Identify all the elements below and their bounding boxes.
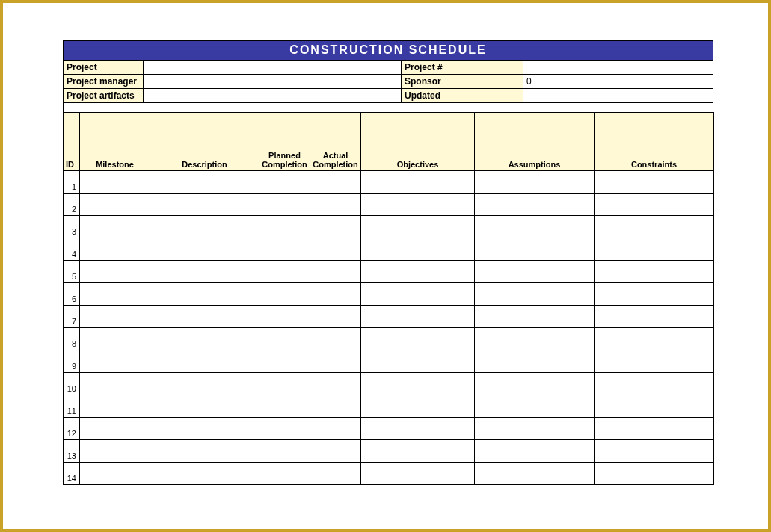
- cell-assumptions[interactable]: [475, 193, 595, 215]
- cell-milestone[interactable]: [80, 462, 150, 484]
- cell-objectives[interactable]: [361, 439, 475, 462]
- cell-actual[interactable]: [310, 372, 361, 395]
- cell-constraints[interactable]: [595, 282, 714, 305]
- cell-objectives[interactable]: [361, 372, 475, 395]
- cell-planned[interactable]: [259, 215, 310, 238]
- cell-objectives[interactable]: [361, 215, 475, 238]
- cell-objectives[interactable]: [361, 170, 475, 193]
- cell-assumptions[interactable]: [475, 170, 595, 193]
- cell-description[interactable]: [150, 305, 259, 327]
- cell-description[interactable]: [150, 170, 259, 193]
- cell-actual[interactable]: [310, 327, 361, 350]
- table-row[interactable]: 7: [64, 305, 714, 327]
- cell-assumptions[interactable]: [475, 372, 595, 395]
- manager-value[interactable]: [144, 75, 402, 89]
- cell-actual[interactable]: [310, 305, 361, 327]
- cell-actual[interactable]: [310, 462, 361, 484]
- cell-actual[interactable]: [310, 350, 361, 372]
- cell-actual[interactable]: [310, 395, 361, 417]
- cell-constraints[interactable]: [595, 350, 714, 372]
- cell-constraints[interactable]: [595, 395, 714, 417]
- cell-description[interactable]: [150, 282, 259, 305]
- project-value[interactable]: [144, 61, 402, 75]
- cell-id[interactable]: 3: [64, 215, 80, 238]
- cell-id[interactable]: 7: [64, 305, 80, 327]
- cell-constraints[interactable]: [595, 327, 714, 350]
- table-row[interactable]: 1: [64, 170, 714, 193]
- cell-milestone[interactable]: [80, 193, 150, 215]
- cell-planned[interactable]: [259, 395, 310, 417]
- cell-description[interactable]: [150, 260, 259, 282]
- updated-value[interactable]: [523, 89, 713, 103]
- cell-actual[interactable]: [310, 215, 361, 238]
- cell-milestone[interactable]: [80, 417, 150, 439]
- table-row[interactable]: 5: [64, 260, 714, 282]
- cell-constraints[interactable]: [595, 260, 714, 282]
- cell-planned[interactable]: [259, 282, 310, 305]
- cell-planned[interactable]: [259, 193, 310, 215]
- cell-constraints[interactable]: [595, 193, 714, 215]
- cell-id[interactable]: 6: [64, 282, 80, 305]
- cell-milestone[interactable]: [80, 439, 150, 462]
- projectnum-value[interactable]: [523, 61, 713, 75]
- cell-objectives[interactable]: [361, 305, 475, 327]
- cell-objectives[interactable]: [361, 417, 475, 439]
- cell-assumptions[interactable]: [475, 215, 595, 238]
- cell-assumptions[interactable]: [475, 327, 595, 350]
- cell-description[interactable]: [150, 462, 259, 484]
- cell-assumptions[interactable]: [475, 305, 595, 327]
- cell-assumptions[interactable]: [475, 238, 595, 260]
- cell-assumptions[interactable]: [475, 282, 595, 305]
- cell-id[interactable]: 11: [64, 395, 80, 417]
- cell-planned[interactable]: [259, 350, 310, 372]
- cell-milestone[interactable]: [80, 215, 150, 238]
- cell-objectives[interactable]: [361, 260, 475, 282]
- cell-planned[interactable]: [259, 417, 310, 439]
- sponsor-value[interactable]: 0: [523, 75, 713, 89]
- table-row[interactable]: 9: [64, 350, 714, 372]
- cell-objectives[interactable]: [361, 462, 475, 484]
- table-row[interactable]: 4: [64, 238, 714, 260]
- cell-planned[interactable]: [259, 327, 310, 350]
- cell-objectives[interactable]: [361, 282, 475, 305]
- cell-planned[interactable]: [259, 439, 310, 462]
- cell-constraints[interactable]: [595, 215, 714, 238]
- cell-milestone[interactable]: [80, 238, 150, 260]
- cell-planned[interactable]: [259, 305, 310, 327]
- cell-actual[interactable]: [310, 260, 361, 282]
- cell-actual[interactable]: [310, 193, 361, 215]
- cell-milestone[interactable]: [80, 395, 150, 417]
- cell-description[interactable]: [150, 372, 259, 395]
- cell-description[interactable]: [150, 350, 259, 372]
- cell-planned[interactable]: [259, 372, 310, 395]
- cell-description[interactable]: [150, 238, 259, 260]
- cell-milestone[interactable]: [80, 170, 150, 193]
- cell-constraints[interactable]: [595, 462, 714, 484]
- cell-assumptions[interactable]: [475, 417, 595, 439]
- cell-id[interactable]: 4: [64, 238, 80, 260]
- table-row[interactable]: 6: [64, 282, 714, 305]
- cell-constraints[interactable]: [595, 417, 714, 439]
- cell-assumptions[interactable]: [475, 439, 595, 462]
- cell-assumptions[interactable]: [475, 462, 595, 484]
- cell-objectives[interactable]: [361, 395, 475, 417]
- cell-assumptions[interactable]: [475, 350, 595, 372]
- table-row[interactable]: 3: [64, 215, 714, 238]
- cell-description[interactable]: [150, 327, 259, 350]
- cell-milestone[interactable]: [80, 305, 150, 327]
- cell-actual[interactable]: [310, 170, 361, 193]
- table-row[interactable]: 12: [64, 417, 714, 439]
- table-row[interactable]: 11: [64, 395, 714, 417]
- cell-id[interactable]: 12: [64, 417, 80, 439]
- cell-milestone[interactable]: [80, 327, 150, 350]
- cell-milestone[interactable]: [80, 350, 150, 372]
- cell-assumptions[interactable]: [475, 260, 595, 282]
- table-row[interactable]: 14: [64, 462, 714, 484]
- cell-actual[interactable]: [310, 417, 361, 439]
- cell-milestone[interactable]: [80, 282, 150, 305]
- cell-planned[interactable]: [259, 238, 310, 260]
- cell-id[interactable]: 9: [64, 350, 80, 372]
- cell-milestone[interactable]: [80, 260, 150, 282]
- cell-id[interactable]: 14: [64, 462, 80, 484]
- cell-description[interactable]: [150, 215, 259, 238]
